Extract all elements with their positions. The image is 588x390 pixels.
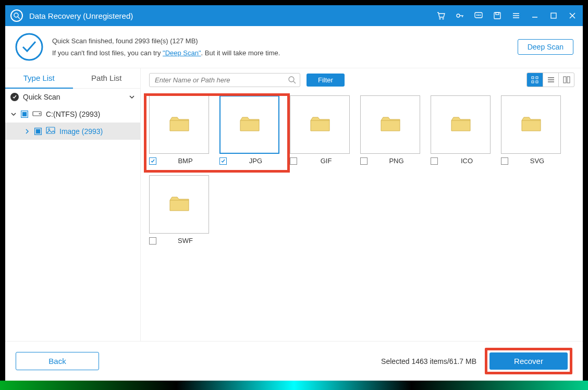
checkbox-partial-icon[interactable] [34,128,42,135]
folder-label: SWF [162,237,209,245]
folder-icon [310,115,330,134]
tree-image-label: Image (2993) [59,127,103,136]
back-button[interactable]: Back [16,352,99,370]
tab-path-list[interactable]: Path List [73,68,141,89]
hint-pre: If you can't find lost files, you can tr… [52,49,163,57]
folder-item-png[interactable]: PNG [360,95,420,165]
folder-icon [239,115,260,134]
folder-grid: BMP JPG GIF PNG [141,91,583,341]
checkbox-bmp[interactable] [149,157,156,165]
view-grid-button[interactable] [527,73,543,87]
scan-status-bar: Quick Scan finished, found 2993 file(s) … [5,26,583,68]
folder-label: GIF [302,157,350,165]
tab-type-list[interactable]: Type List [5,68,73,89]
svg-point-8 [476,15,477,16]
svg-rect-34 [564,77,566,83]
checkbox-partial-icon[interactable] [21,111,28,118]
svg-rect-30 [536,81,538,83]
drive-icon [32,109,42,118]
maximize-icon[interactable] [548,10,559,21]
svg-rect-27 [532,77,534,79]
chat-icon[interactable] [473,10,484,21]
svg-point-22 [39,113,40,114]
menu-icon[interactable] [511,10,521,21]
checkbox-swf[interactable] [149,237,156,245]
folder-icon [450,115,471,134]
toolbar: Filter [141,68,583,91]
chevron-down-icon [129,94,135,100]
folder-label: PNG [373,157,420,165]
tree-drive-c[interactable]: C:(NTFS) (2993) [5,105,140,123]
folder-item-jpg[interactable]: JPG [219,95,279,165]
tree-root-quick-scan[interactable]: Quick Scan [5,89,140,105]
sidebar: Type List Path List Quick Scan C:(NTFS) … [5,68,141,341]
close-icon[interactable] [567,10,578,21]
chevron-right-icon [24,128,30,135]
svg-rect-11 [494,13,500,19]
chevron-down-icon [10,111,17,117]
svg-point-25 [289,77,294,82]
svg-rect-29 [532,81,534,83]
scan-result-text: Quick Scan finished, found 2993 file(s) … [52,37,509,45]
save-icon[interactable] [492,10,503,21]
view-detail-button[interactable] [558,73,574,87]
folder-icon [169,195,190,214]
svg-point-9 [478,15,479,16]
folder-icon [380,115,401,134]
minimize-icon[interactable] [530,10,540,21]
folder-label: SVG [513,157,561,165]
svg-rect-28 [536,77,538,79]
checkmark-icon [15,32,44,62]
tree-drive-label: C:(NTFS) (2993) [46,110,100,118]
filter-button[interactable]: Filter [307,74,345,87]
svg-point-20 [16,34,42,60]
footer: Back Selected 1463 items/61.7 MB Recover [5,341,583,381]
tree-image-category[interactable]: Image (2993) [5,123,140,140]
folder-label: BMP [162,157,209,165]
svg-line-26 [293,81,296,83]
folder-item-gif[interactable]: GIF [290,95,350,165]
annotation-highlight-recover: Recover [485,348,572,374]
scan-hint-text: If you can't find lost files, you can tr… [52,49,509,57]
svg-point-4 [457,14,460,17]
checkbox-jpg[interactable] [219,157,227,165]
view-list-button[interactable] [543,73,558,87]
search-wrapper [149,73,300,87]
check-dot-icon [10,93,19,101]
folder-item-svg[interactable]: SVG [501,95,561,165]
search-icon[interactable] [288,76,296,86]
hint-post: . But it will take more time. [201,49,280,57]
svg-rect-12 [496,13,499,15]
tree-root-label: Quick Scan [23,93,125,101]
svg-line-1 [18,17,20,19]
svg-point-10 [480,15,481,16]
titlebar: Data Recovery (Unregistered) [5,5,583,26]
view-mode-toggle [526,72,574,87]
svg-point-2 [439,18,440,19]
folder-item-bmp[interactable]: BMP [149,95,209,165]
svg-rect-35 [567,77,570,83]
deep-scan-link[interactable]: "Deep Scan" [163,49,201,57]
folder-item-ico[interactable]: ICO [431,95,491,165]
folder-item-swf[interactable]: SWF [149,175,209,245]
checkbox-svg[interactable] [501,157,508,165]
key-icon[interactable] [455,10,465,21]
checkbox-png[interactable] [360,157,368,165]
folder-label: JPG [232,157,279,165]
checkbox-gif[interactable] [290,157,297,165]
app-logo-icon [10,9,23,22]
selection-summary: Selected 1463 items/61.7 MB [381,357,476,365]
folder-label: ICO [443,157,491,165]
svg-rect-17 [551,13,556,18]
search-input[interactable] [149,73,300,87]
deep-scan-button[interactable]: Deep Scan [518,39,573,55]
recover-button[interactable]: Recover [489,352,568,370]
svg-point-3 [443,18,444,19]
svg-point-0 [14,13,18,17]
folder-icon [521,115,542,134]
app-window: Data Recovery (Unregistered) Quick Scan … [5,5,583,381]
folder-icon [169,115,190,134]
image-icon [46,127,55,136]
cart-icon[interactable] [436,10,446,21]
checkbox-ico[interactable] [431,157,438,165]
